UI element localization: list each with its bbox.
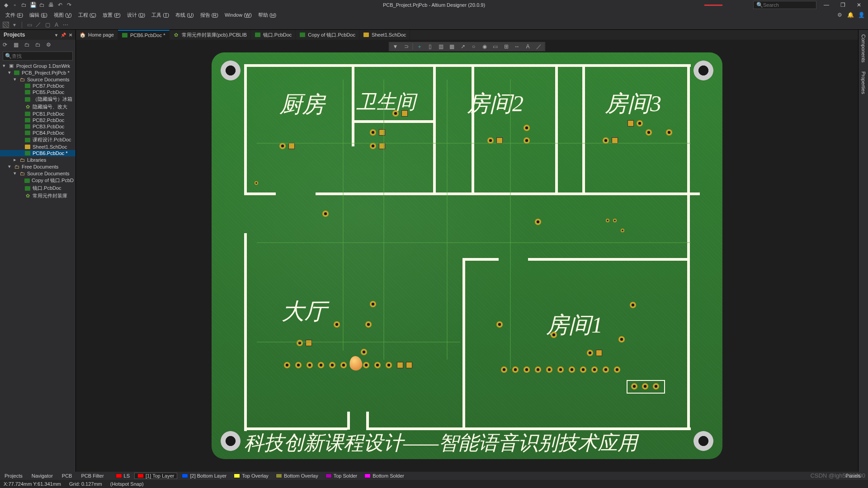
menu-help[interactable]: 帮助 (H) (255, 11, 279, 19)
pcb-board[interactable]: 厨房 卫生间 房间2 房间3 大厅 房间1 科技创新课程设计——智能语音识别技术… (212, 52, 722, 459)
tool-rect-icon[interactable]: ▢ (44, 21, 51, 28)
dropdown-icon[interactable]: ▾ (11, 21, 18, 28)
btab-projects[interactable]: Projects (0, 472, 27, 479)
close-button[interactable]: ✕ (853, 1, 865, 9)
pad-icon[interactable]: ◉ (480, 42, 489, 51)
open2-icon[interactable]: 🗀 (39, 2, 45, 8)
pcb-canvas[interactable]: ▼ ⊃ ＋ ▯ ▥ ▦ ↗ ○ ◉ ▭ ⊞ ↔ A ／ (76, 40, 858, 472)
btab-navigator[interactable]: Navigator (27, 472, 57, 479)
menu-view[interactable]: 视图 (V) (51, 11, 75, 19)
silk-text-room3: 房间3 (605, 89, 661, 119)
doc-tab[interactable]: 🏠Home page (76, 30, 118, 40)
layer-tab-topoverlay[interactable]: Top Overlay (231, 473, 271, 479)
menu-report[interactable]: 报告 (R) (198, 11, 221, 19)
save-icon[interactable]: 💾 (30, 2, 36, 8)
menu-project[interactable]: 工程 (C) (75, 11, 99, 19)
tree-row[interactable]: ▾🗀Source Documents (0, 170, 75, 177)
plus-icon[interactable]: ＋ (415, 42, 424, 51)
search-input[interactable] (763, 2, 808, 8)
tree-row[interactable]: 课程设计.PcbDoc (0, 136, 75, 144)
align-h-icon[interactable]: ▯ (426, 42, 435, 51)
undo-icon[interactable]: ↶ (57, 2, 63, 8)
layer-tab-bottomoverlay[interactable]: Bottom Overlay (273, 473, 321, 479)
tree-row[interactable]: ▾🗀Source Documents (0, 76, 75, 83)
new-icon[interactable]: ▫ (12, 2, 18, 8)
tool-select-icon[interactable]: ▭ (26, 21, 33, 28)
tree-row[interactable]: ✿常用元件封装庫 (0, 192, 75, 200)
text-icon[interactable]: A (524, 42, 533, 51)
menu-route[interactable]: 布线 (U) (173, 11, 196, 19)
line-icon[interactable]: ／ (534, 42, 543, 51)
tab-components[interactable]: Components (859, 30, 868, 67)
tree-row[interactable]: 镜口.PcbDoc (0, 184, 75, 192)
tree-row[interactable]: Sheet1.SchDoc (0, 144, 75, 150)
tree-row[interactable]: PCB1.PcbDoc (0, 111, 75, 117)
panel-pin-icon[interactable]: 📌 (60, 32, 66, 38)
route-icon[interactable]: ↗ (458, 42, 467, 51)
tree-row[interactable]: ▾▣Project Group 1.DsnWrk (0, 62, 75, 69)
open-icon[interactable]: 🗀 (21, 2, 27, 8)
notification-indicator[interactable] (704, 5, 722, 6)
refresh-icon[interactable]: ⟳ (3, 42, 10, 49)
net-icon[interactable]: ⊃ (402, 42, 411, 51)
tree-row[interactable]: PCB5.PcbDoc (0, 89, 75, 95)
projects-search-input[interactable] (12, 53, 71, 59)
tool-text-icon[interactable]: A (53, 21, 60, 28)
doc-tab[interactable]: 镜口.PcbDoc (251, 30, 296, 40)
layer-tab-bottomsolder[interactable]: Bottom Solder (362, 473, 407, 479)
compile-icon[interactable]: ▦ (14, 42, 21, 49)
tree-row[interactable]: PCB6.PcbDoc * (0, 150, 75, 156)
tree-row[interactable]: ▾PCB_Project.PrjPcb * (0, 69, 75, 76)
menu-window[interactable]: Window (W) (222, 11, 255, 19)
layer-tab-LS[interactable]: LS (113, 473, 132, 479)
tree-row[interactable]: ▸🗀Libraries (0, 156, 75, 163)
projects-tree[interactable]: ▾▣Project Group 1.DsnWrk▾PCB_Project.Prj… (0, 61, 75, 472)
tree-row[interactable]: PCB4.PcbDoc (0, 130, 75, 136)
btab-pcb[interactable]: PCB (57, 472, 77, 479)
layer-tab-bottom[interactable]: [2] Bottom Layer (179, 473, 229, 479)
layer-tab-topsolder[interactable]: Top Solder (323, 473, 360, 479)
menu-design[interactable]: 设计 (D) (124, 11, 148, 19)
align-v-icon[interactable]: ▥ (437, 42, 446, 51)
maximize-button[interactable]: ❐ (836, 1, 849, 9)
tree-row[interactable]: ▾🗀Free Documents (0, 163, 75, 170)
redo-icon[interactable]: ↷ (66, 2, 72, 8)
tab-properties[interactable]: Properties (859, 67, 868, 99)
menu-tools[interactable]: 工具 (T) (149, 11, 172, 19)
doc-tab[interactable]: Sheet1.SchDoc (359, 30, 410, 40)
measure-icon[interactable]: ↔ (513, 42, 522, 51)
tree-row[interactable]: PCB2.PcbDoc (0, 117, 75, 123)
settings-icon[interactable]: ⚙ (836, 12, 843, 18)
grid-icon[interactable]: ▦ (448, 42, 457, 51)
doc-tab[interactable]: Copy of 镜口.PcbDoc (296, 30, 359, 40)
minimize-button[interactable]: — (820, 1, 833, 9)
layer-swatch-icon[interactable] (3, 22, 9, 28)
panel-close-icon[interactable]: ✕ (67, 32, 74, 38)
notification-icon[interactable]: 🔔 (847, 12, 854, 18)
tree-row[interactable]: PCB3.PcbDoc (0, 123, 75, 130)
tree-row[interactable]: （隐藏编号）冰箱 (0, 95, 75, 103)
tool-more-icon[interactable]: ⋯ (62, 21, 69, 28)
tool-line-icon[interactable]: ／ (35, 21, 42, 28)
menu-place[interactable]: 放置 (P) (100, 11, 123, 19)
doc-tab[interactable]: PCB6.PcbDoc * (118, 30, 170, 40)
doc-tab[interactable]: ✿常用元件封装庫(pcb).PCBLIB (170, 30, 251, 40)
dim-icon[interactable]: ⊞ (502, 42, 511, 51)
global-search[interactable]: 🔍 (753, 1, 816, 9)
menu-edit[interactable]: 编辑 (E) (27, 11, 50, 19)
filter-icon[interactable]: ▼ (391, 42, 400, 51)
gear-icon[interactable]: ⚙ (46, 42, 53, 49)
layer-tab-top[interactable]: [1] Top Layer (134, 473, 177, 479)
tree-row[interactable]: ✿隐藏编号、改大 (0, 103, 75, 111)
comp-icon[interactable]: ▭ (491, 42, 500, 51)
panel-menu-icon[interactable]: ▾ (53, 32, 59, 38)
menu-file[interactable]: 文件 (F) (3, 11, 26, 19)
user-icon[interactable]: 👤 (858, 12, 864, 18)
via-icon[interactable]: ○ (469, 42, 478, 51)
print-icon[interactable]: 🖶 (48, 2, 54, 8)
folder-icon[interactable]: 🗀 (24, 42, 32, 49)
tree-row[interactable]: Copy of 镜口.PcbD (0, 177, 75, 184)
btab-pcbfilter[interactable]: PCB Filter (76, 472, 108, 479)
folder2-icon[interactable]: 🗀 (35, 42, 42, 49)
tree-row[interactable]: PCB7.PcbDoc (0, 83, 75, 89)
